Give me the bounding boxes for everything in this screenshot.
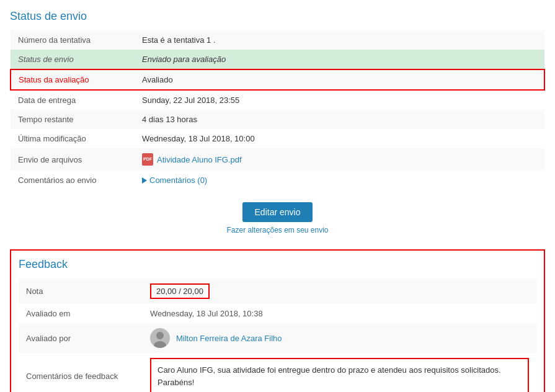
row-label: Avaliado por xyxy=(19,323,143,353)
row-value-person: Milton Ferreira de Azara Filho xyxy=(143,323,536,353)
row-label: Última modificação xyxy=(11,129,135,148)
comments-arrow-icon xyxy=(142,177,147,184)
nota-value: 20,00 / 20,00 xyxy=(150,283,210,299)
table-row: Nota 20,00 / 20,00 xyxy=(19,278,536,304)
avatar-icon xyxy=(150,328,170,348)
avatar xyxy=(150,328,170,348)
row-value-enviado: Enviado para avaliação xyxy=(135,50,544,69)
row-label: Status de envio xyxy=(11,50,135,69)
row-value-comments: Comentários (0) xyxy=(135,171,544,190)
row-label: Nota xyxy=(19,278,143,304)
feedback-table: Nota 20,00 / 20,00 Avaliado em Wednesday… xyxy=(19,278,536,392)
row-value: Esta é a tentativa 1 . xyxy=(135,30,544,50)
row-label: Data de entrega xyxy=(11,90,135,110)
edit-button[interactable]: Editar envio xyxy=(242,202,313,222)
file-name: Atividade Aluno IFG.pdf xyxy=(157,155,242,164)
row-value-nota: 20,00 / 20,00 xyxy=(143,278,536,304)
table-row: Última modificação Wednesday, 18 Jul 201… xyxy=(11,129,544,148)
row-value: Wednesday, 18 Jul 2018, 10:38 xyxy=(143,304,536,323)
person-name: Milton Ferreira de Azara Filho xyxy=(176,334,282,343)
row-value-comment-box: Caro Aluno IFG, sua atividade foi entreg… xyxy=(143,353,536,392)
pdf-icon: PDF xyxy=(142,153,153,166)
table-row: Avaliado por Milton Ferreira de Azara Fi… xyxy=(19,323,536,353)
file-link[interactable]: PDF Atividade Aluno IFG.pdf xyxy=(142,153,537,166)
table-row: Data de entrega Sunday, 22 Jul 2018, 23:… xyxy=(11,90,544,110)
row-value-file: PDF Atividade Aluno IFG.pdf xyxy=(135,148,544,171)
row-label: Envio de arquivos xyxy=(11,148,135,171)
row-label: Comentários de feedback xyxy=(19,353,143,392)
row-value: Sunday, 22 Jul 2018, 23:55 xyxy=(135,90,544,110)
status-title: Status de envio xyxy=(10,10,545,23)
status-table: Número da tentativa Esta é a tentativa 1… xyxy=(10,30,545,190)
row-label: Comentários ao envio xyxy=(11,171,135,190)
person-cell: Milton Ferreira de Azara Filho xyxy=(150,328,529,348)
table-row: Número da tentativa Esta é a tentativa 1… xyxy=(11,30,544,50)
feedback-section: Feedback Nota 20,00 / 20,00 Avaliado em … xyxy=(10,249,545,392)
feedback-title: Feedback xyxy=(19,258,536,271)
table-row: Comentários de feedback Caro Aluno IFG, … xyxy=(19,353,536,392)
row-value-avaliado: Avaliado xyxy=(135,69,544,90)
row-label: Tempo restante xyxy=(11,110,135,129)
table-row-avaliado: Status da avaliação Avaliado xyxy=(11,69,544,90)
fazer-alteracoes-text: Fazer alterações em seu envio xyxy=(10,226,545,234)
table-row: Tempo restante 4 dias 13 horas xyxy=(11,110,544,129)
table-row: Comentários ao envio Comentários (0) xyxy=(11,171,544,190)
table-row: Envio de arquivos PDF Atividade Aluno IF… xyxy=(11,148,544,171)
svg-point-1 xyxy=(156,332,164,339)
table-row: Avaliado em Wednesday, 18 Jul 2018, 10:3… xyxy=(19,304,536,323)
feedback-comment-text: Caro Aluno IFG, sua atividade foi entreg… xyxy=(158,365,501,387)
edit-button-row: Editar envio xyxy=(10,202,545,222)
row-value: Wednesday, 18 Jul 2018, 10:00 xyxy=(135,129,544,148)
row-value: 4 dias 13 horas xyxy=(135,110,544,129)
comments-link[interactable]: Comentários (0) xyxy=(142,176,537,185)
feedback-comment-box: Caro Aluno IFG, sua atividade foi entreg… xyxy=(150,358,529,392)
row-label: Número da tentativa xyxy=(11,30,135,50)
table-row: Status de envio Enviado para avaliação xyxy=(11,50,544,69)
status-section: Status de envio Número da tentativa Esta… xyxy=(10,10,545,234)
row-label: Avaliado em xyxy=(19,304,143,323)
row-label-avaliado: Status da avaliação xyxy=(11,69,135,90)
comments-text: Comentários (0) xyxy=(149,176,207,185)
